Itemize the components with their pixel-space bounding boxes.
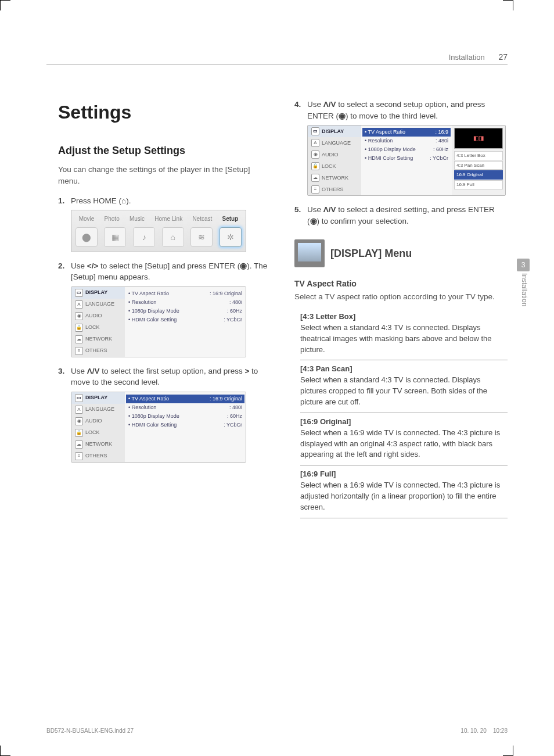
- tv-aspect-title: TV Aspect Ratio: [294, 278, 508, 289]
- sidebar-item-label: NETWORK: [85, 440, 112, 448]
- step-4: 4. Use Λ/V to select a second setup opti…: [294, 99, 508, 121]
- tab-label: Setup: [222, 215, 239, 224]
- step-1: 1. Press HOME (⌂).: [58, 195, 271, 207]
- sidebar-item-label: NETWORK: [322, 174, 348, 182]
- language-icon: A: [75, 406, 83, 414]
- opt-val: : 60Hz: [433, 146, 448, 153]
- ratio-name: [16:9 Full]: [300, 469, 508, 480]
- dropdown-option: 16:9 Full: [454, 180, 503, 189]
- tab-label: Movie: [79, 215, 95, 224]
- home-icon: ⌂: [121, 196, 126, 205]
- home-icons-row: ⬤ ▦ ♪ ⌂ ≋ ✲: [71, 225, 246, 252]
- footer-time: 10:28: [493, 728, 508, 734]
- opt-val: : 480i: [229, 404, 242, 411]
- enter-icon: ◉: [310, 217, 317, 225]
- audio-icon: ◉: [75, 417, 83, 425]
- enter-icon: ◉: [240, 261, 247, 270]
- ratio-desc: Select when a standard 4:3 TV is connect…: [300, 323, 508, 356]
- ratio-name: [4:3 Pan Scan]: [300, 364, 508, 375]
- tab-label: Photo: [105, 215, 120, 224]
- setup-sidebar: ▭DISPLAY ALANGUAGE ◉AUDIO 🔒LOCK ☁NETWORK…: [71, 392, 125, 462]
- ratio-name: [4:3 Letter Box]: [300, 311, 508, 323]
- step-num: 5.: [294, 204, 307, 227]
- others-icon: ≡: [311, 185, 319, 194]
- sidebar-item-label: AUDIO: [85, 312, 102, 320]
- opt-val: : YCbCr: [224, 421, 242, 429]
- running-header: Installation 27: [449, 52, 508, 62]
- opt-val: : 480i: [229, 299, 242, 306]
- setup-options: • TV Aspect Ratio: 16:9 Original • Resol…: [125, 392, 246, 462]
- dropdown-option: 16:9 Original: [454, 170, 503, 180]
- sidebar-item-label: AUDIO: [322, 151, 339, 159]
- display-icon: ▭: [75, 394, 83, 402]
- audio-icon: ◉: [311, 151, 319, 159]
- display-menu-heading: [DISPLAY] Menu: [294, 239, 508, 267]
- homelink-icon: ⌂: [162, 227, 184, 247]
- sidebar-item-label: DISPLAY: [322, 128, 344, 135]
- footer-file: BD572-N-BUSALLK-ENG.indd 27: [46, 728, 134, 734]
- right-column: 4. Use Λ/V to select a second setup opti…: [294, 99, 508, 518]
- sidebar-item-label: OTHERS: [85, 347, 107, 354]
- sidebar-item-label: LOCK: [322, 163, 336, 170]
- tab-label: Netcast: [192, 215, 212, 224]
- opt-label: • Resolution: [128, 404, 156, 411]
- step-num: 1.: [58, 195, 71, 207]
- setup-icon: ✲: [220, 227, 242, 247]
- chapter-label: Installation: [520, 273, 528, 306]
- setup-sidebar: ▭DISPLAY ALANGUAGE ◉AUDIO 🔒LOCK ☁NETWORK…: [308, 126, 361, 195]
- others-icon: ≡: [75, 347, 83, 355]
- ratio-desc: Select when a 16:9 wide TV is connected.…: [300, 480, 508, 513]
- opt-label: • TV Aspect Ratio: [365, 128, 405, 136]
- enter-icon: ◉: [339, 112, 346, 120]
- opt-val: : YCbCr: [430, 155, 448, 162]
- sidebar-item-label: LANGUAGE: [85, 406, 114, 413]
- header-rule: [46, 64, 508, 65]
- display-icon: ▭: [311, 127, 319, 135]
- ratio-desc: Select when a standard 4:3 TV is connect…: [300, 375, 508, 408]
- step-5: 5. Use Λ/V to select a desired setting, …: [294, 204, 508, 227]
- opt-label: • TV Aspect Ratio: [128, 290, 169, 298]
- music-icon: ♪: [133, 227, 155, 247]
- network-icon: ☁: [75, 440, 83, 449]
- sidebar-item-label: LOCK: [85, 429, 100, 436]
- step-num: 2.: [58, 260, 71, 283]
- lock-icon: 🔒: [311, 162, 319, 170]
- sidebar-item-label: LOCK: [85, 324, 100, 331]
- sidebar-item-label: AUDIO: [85, 417, 102, 425]
- opt-val: : 16:9: [435, 128, 448, 136]
- step-3: 3. Use Λ/V to select the first setup opt…: [58, 366, 271, 388]
- opt-val: : 16:9 Original: [210, 290, 242, 298]
- left-right-icon: </>: [87, 261, 99, 270]
- setup-sidebar: ▭DISPLAY ALANGUAGE ◉AUDIO 🔒LOCK ☁NETWORK…: [71, 287, 125, 357]
- ratio-option: [16:9 Original] Select when a 16:9 wide …: [300, 413, 508, 465]
- dropdown-option: 4:3 Pan Scan: [454, 161, 503, 170]
- sidebar-item-label: NETWORK: [85, 335, 112, 343]
- step-text: Use </> to select the [Setup] and press …: [71, 260, 271, 283]
- opt-val: : 480i: [436, 137, 448, 145]
- sidebar-item-label: OTHERS: [85, 452, 107, 460]
- header-page: 27: [498, 52, 508, 62]
- language-icon: A: [75, 300, 83, 309]
- page-title: Settings: [58, 99, 271, 126]
- movie-icon: ⬤: [75, 227, 98, 247]
- others-icon: ≡: [75, 452, 83, 460]
- setup-options: • TV Aspect Ratio: 16:9 Original • Resol…: [125, 287, 246, 357]
- step-2: 2. Use </> to select the [Setup] and pre…: [58, 260, 271, 283]
- sidebar-item-label: LANGUAGE: [85, 300, 114, 308]
- sidebar-item-label: DISPLAY: [85, 394, 107, 402]
- setup-menu-figure-a: ▭DISPLAY ALANGUAGE ◉AUDIO 🔒LOCK ☁NETWORK…: [71, 286, 246, 357]
- opt-label: • 1080p Display Mode: [128, 307, 179, 315]
- subsection-title: Adjust the Setup Settings: [58, 143, 271, 158]
- opt-val: : 60Hz: [227, 413, 242, 420]
- audio-icon: ◉: [75, 312, 83, 320]
- sidebar-item-label: DISPLAY: [85, 289, 107, 296]
- opt-label: • Resolution: [365, 137, 393, 145]
- step-text: Use Λ/V to select the first setup option…: [71, 366, 271, 388]
- step-num: 4.: [294, 99, 307, 121]
- opt-val: : 60Hz: [227, 307, 242, 315]
- opt-label: • HDMI Color Setting: [128, 316, 177, 324]
- network-icon: ☁: [75, 335, 83, 343]
- print-footer: BD572-N-BUSALLK-ENG.indd 27 10. 10. 20 1…: [46, 728, 508, 734]
- display-icon: ▭: [75, 289, 83, 297]
- up-down-icon: Λ/V: [87, 367, 100, 375]
